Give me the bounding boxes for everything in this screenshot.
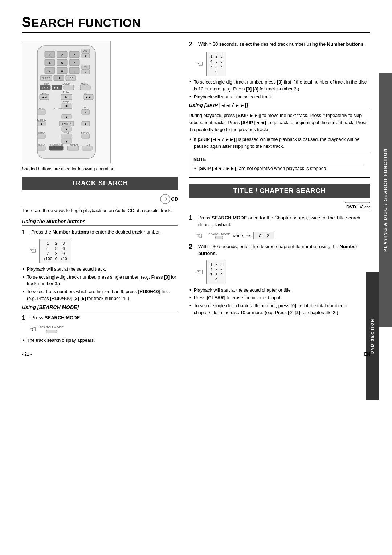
step-text: Within 30 seconds, enter the desired cha…: [198, 243, 370, 257]
title-first-letter: S: [22, 15, 31, 30]
bullet-item: Playback will start at the selected trac…: [22, 266, 178, 273]
numpad2-container: ☞ 123 456 789 0: [196, 52, 370, 76]
svg-text:PLAY: PLAY: [63, 91, 69, 93]
svg-text:SETUP: SETUP: [38, 132, 45, 134]
svg-text:FWD: FWD: [84, 92, 89, 94]
bullet-item: Playback will start at the selected trac…: [189, 94, 370, 101]
bullet-item: The track search display appears.: [22, 337, 178, 344]
note-box: NOTE [SKIP |◄◄ / ►►|] are not operative …: [189, 154, 370, 178]
bullet-item: To select single-digit track number, pre…: [189, 79, 370, 93]
number-step1: 1 Press the Number buttons to enter the …: [22, 228, 178, 236]
title-rest: EARCH FUNCTION: [31, 16, 141, 29]
svg-text:ideo: ideo: [364, 205, 370, 209]
finger-icon: ☞: [29, 246, 36, 256]
svg-text:►: ►: [65, 95, 68, 99]
step-number: 2: [189, 41, 196, 48]
bullet-item: To select single-digit chapter/title num…: [189, 303, 370, 316]
title-chapter-header: TITLE / CHAPTER SEARCH: [189, 184, 370, 198]
svg-text:STOP: STOP: [62, 101, 69, 104]
svg-rect-88: [82, 146, 92, 150]
bullet-item: To select track numbers which are higher…: [22, 288, 178, 302]
svg-text:►►: ►►: [86, 96, 91, 99]
svg-text:►►|: ►►|: [54, 86, 60, 89]
svg-text:▼: ▼: [65, 140, 68, 143]
svg-rect-78: [82, 134, 90, 138]
cd-logo-area: CD: [22, 194, 178, 204]
search-mode-btn-container: ☞ SEARCH MODE: [29, 325, 178, 334]
svg-rect-85: [37, 146, 45, 150]
svg-text:▼: ▼: [84, 71, 87, 73]
svg-text:DISC: DISC: [83, 106, 88, 109]
svg-text:ENTER: ENTER: [62, 123, 71, 125]
step-text: Press SEARCH MODE.: [31, 314, 81, 321]
remote-area: 1 2 3 CH. ▼ 4 5: [22, 41, 116, 171]
svg-text:1: 1: [49, 53, 50, 57]
numpad2: 123 456 789 0: [206, 52, 226, 76]
svg-text:CH.: CH.: [83, 50, 87, 53]
svg-text:ZOOM: ZOOM: [62, 82, 70, 85]
svg-text:←SKIP→: ←SKIP→: [42, 83, 51, 85]
svg-rect-86: [49, 146, 63, 150]
svg-text:◄: ◄: [40, 122, 43, 126]
using-number-title: Using the Number buttons: [22, 219, 178, 226]
bullet-item: To select single-digit track number, pre…: [22, 274, 178, 288]
ch-display: CH. 2: [253, 232, 274, 239]
bullet-item: [SKIP |◄◄ / ►►|] are not operative when …: [193, 165, 366, 172]
page-footer: - 21 - EN: [0, 352, 392, 357]
svg-text:A-B: A-B: [86, 144, 90, 146]
page-title: SEARCH FUNCTION: [22, 15, 370, 33]
search-mode-label: SEARCH MODE: [39, 325, 64, 329]
svg-text:|◄◄: |◄◄: [42, 86, 49, 89]
svg-text:5: 5: [61, 61, 63, 65]
skip-bullets: If [SKIP |◄◄ / ►►|] is pressed while the…: [189, 136, 370, 150]
bullet-item: Playback will start at the selected chap…: [189, 287, 370, 294]
svg-text:+10: +10: [68, 77, 73, 80]
step-number: 2: [189, 243, 196, 251]
dvd-v-logo-area: DVD V ideo: [189, 201, 370, 212]
footer-page: - 21 -: [22, 352, 32, 357]
svg-text:0: 0: [58, 76, 60, 80]
search-bullet: The track search display appears.: [22, 337, 178, 344]
svg-text:RETURN: RETURN: [81, 132, 90, 134]
vertical-label-dvd: DVD SECTION: [366, 272, 379, 400]
numpad3-container: ☞ 123 456 789 0: [196, 260, 370, 284]
svg-text:▼: ▼: [65, 127, 68, 131]
svg-text:■: ■: [65, 104, 67, 108]
search-step1: 1 Press SEARCH MODE.: [22, 314, 178, 322]
svg-point-89: [160, 194, 170, 204]
search-mode-btn-once: [215, 236, 223, 239]
arrow-icon: ➔: [246, 233, 250, 239]
numpad3: 123 456 789 0: [206, 260, 226, 284]
svg-text:←SLOW→: ←SLOW→: [52, 108, 63, 110]
svg-rect-77: [61, 134, 72, 138]
cd-logo: CD: [158, 194, 178, 204]
chapter-bullets: Playback will start at the selected chap…: [189, 287, 370, 316]
svg-text:⏸: ⏸: [40, 111, 43, 114]
svg-text:8: 8: [61, 69, 63, 73]
step-text: Press the Number buttons to enter the de…: [31, 228, 161, 236]
number-bullets1: Playback will start at the selected trac…: [22, 266, 178, 302]
svg-rect-41: [80, 85, 90, 90]
svg-text:REV: REV: [41, 92, 46, 94]
svg-rect-76: [37, 134, 45, 138]
vertical-label-playing: PLAYING A DISC / SEARCH FUNCTION: [379, 73, 392, 327]
svg-rect-87: [67, 146, 79, 150]
svg-text:CLEAR: CLEAR: [38, 144, 45, 146]
note-title: NOTE: [193, 157, 366, 163]
step-number: 1: [22, 228, 29, 236]
svg-text:≡: ≡: [85, 111, 86, 114]
step-number: 1: [189, 214, 196, 222]
bullet-item: If [SKIP |◄◄ / ►►|] is pressed while the…: [189, 136, 370, 150]
shaded-note: Shaded buttons are used for following op…: [22, 166, 116, 171]
step-number: 1: [22, 314, 29, 322]
bullet-item: Press [CLEAR] to erase the incorrect inp…: [189, 295, 370, 301]
svg-text:▼: ▼: [84, 54, 87, 58]
svg-text:►: ►: [84, 122, 87, 126]
svg-text:SLEEP: SLEEP: [42, 77, 50, 80]
svg-text:PAUSE: PAUSE: [38, 108, 45, 110]
svg-text:DVD: DVD: [346, 204, 356, 210]
left-column: 1 2 3 CH. ▼ 4 5: [22, 41, 178, 346]
using-search-title: Using [SEARCH MODE]: [22, 304, 178, 311]
dvd-v-logo: DVD V ideo: [345, 201, 370, 212]
numpad1-container: ☞ 123 456 789 +1000+10: [29, 239, 178, 263]
